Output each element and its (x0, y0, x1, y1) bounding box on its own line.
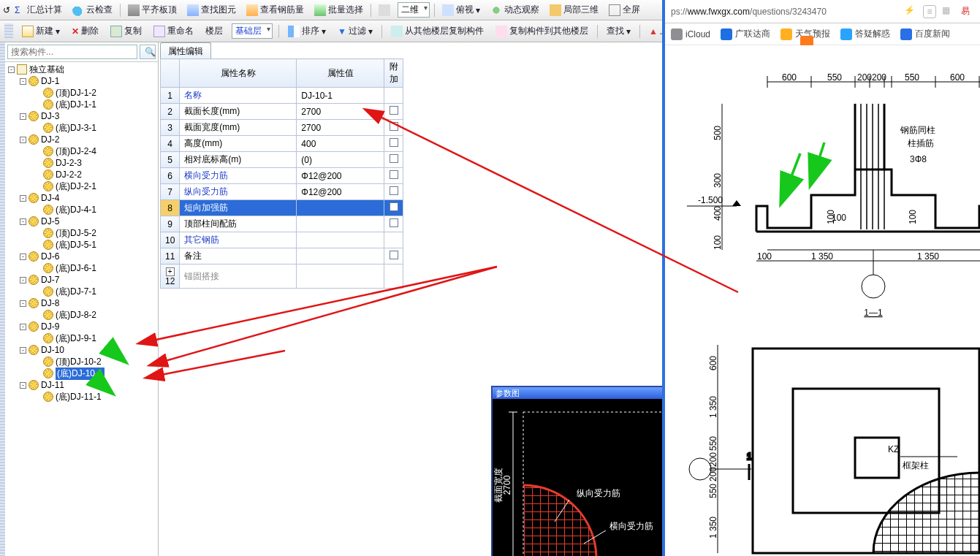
bookmark-item[interactable]: 百度新闻 (900, 28, 950, 40)
prop-value[interactable]: 400 (297, 136, 384, 152)
prop-value[interactable]: Φ12@200 (297, 184, 384, 200)
filter-button[interactable]: ▼过滤▾ (335, 23, 376, 39)
bookmark-item[interactable]: 答疑解惑 (840, 28, 890, 40)
property-row[interactable]: + 12锚固搭接 (161, 264, 403, 289)
tree-node[interactable]: -DJ-5 (8, 216, 156, 227)
tree-node[interactable]: -DJ-8 (8, 297, 156, 309)
property-row[interactable]: 11备注 (161, 248, 403, 264)
topview-button[interactable]: 俯视▾ (439, 2, 483, 18)
floor-combo[interactable]: 基础层 (232, 23, 273, 39)
property-row[interactable]: 5相对底标高(m)(0) (161, 152, 403, 168)
bookmark-item[interactable]: iCloud (671, 28, 710, 40)
prop-value[interactable] (297, 216, 384, 232)
tree-node[interactable]: DJ-2-2 (8, 169, 156, 180)
fullscreen-button[interactable]: 全屏 (606, 2, 643, 18)
checkbox-icon[interactable] (390, 218, 398, 227)
copy-from-floor-button[interactable]: 从其他楼层复制构件 (388, 23, 487, 39)
flat-slab-button[interactable]: 平齐板顶 (125, 2, 180, 18)
tree-node[interactable]: (底)DJ-9-1 (8, 332, 156, 344)
component-tree[interactable]: -独立基础-DJ-1(顶)DJ-1-2(底)DJ-1-1-DJ-3(底)DJ-3… (5, 62, 158, 556)
prop-add[interactable] (384, 168, 403, 184)
tree-node[interactable]: (底)DJ-4-1 (8, 204, 156, 216)
checkbox-icon[interactable] (390, 106, 398, 115)
tree-node[interactable]: -DJ-3 (8, 110, 156, 122)
property-row[interactable]: 6横向受力筋Φ12@200 (161, 168, 403, 184)
prop-add[interactable] (384, 184, 403, 200)
tree-node[interactable]: (底)DJ-8-2 (8, 309, 156, 321)
view-rebar-button[interactable]: 查看钢筋量 (243, 2, 307, 18)
search-button[interactable]: 🔍 (140, 45, 156, 59)
prop-value[interactable]: 2700 (297, 104, 384, 120)
local3d-button[interactable]: 局部三维 (547, 2, 601, 18)
tree-node[interactable]: -DJ-7 (8, 274, 156, 286)
checkbox-icon[interactable] (390, 138, 398, 147)
checkbox-icon[interactable] (390, 202, 398, 211)
find-button[interactable]: 查找▾ (604, 23, 634, 39)
copy-button[interactable]: 复制 (107, 23, 145, 39)
prop-add[interactable] (384, 136, 403, 152)
prop-add[interactable] (384, 248, 403, 264)
prop-add[interactable] (384, 104, 403, 120)
view-dim-combo[interactable]: 二维 (398, 2, 430, 18)
tree-node[interactable]: -DJ-11 (8, 379, 156, 391)
tree-node[interactable]: -DJ-10 (8, 344, 156, 356)
property-grid[interactable]: 属性名称 属性值 附加 1名称DJ-10-12截面长度(mm)27003截面宽度… (160, 58, 403, 289)
prop-value[interactable]: DJ-10-1 (297, 88, 384, 104)
prop-add[interactable] (384, 152, 403, 168)
expand-icon[interactable]: - (20, 347, 26, 354)
expand-icon[interactable]: - (20, 195, 26, 202)
netease-icon[interactable]: 易 (961, 5, 974, 18)
expand-icon[interactable]: - (20, 277, 26, 283)
dynamic-view-button[interactable]: 动态观察 (487, 2, 542, 18)
prop-value[interactable] (297, 264, 384, 289)
checkbox-icon[interactable] (390, 122, 398, 131)
reader-icon[interactable]: ≡ (923, 5, 936, 18)
property-row[interactable]: 2截面长度(mm)2700 (161, 104, 403, 120)
refresh-icon[interactable]: ⚡ (904, 5, 917, 18)
expand-icon[interactable]: - (20, 78, 26, 85)
sum-calc-button[interactable]: 汇总计算 (24, 2, 65, 18)
tree-node[interactable]: (顶)DJ-1-2 (8, 87, 156, 99)
checkbox-icon[interactable] (390, 170, 398, 179)
checkbox-icon[interactable] (390, 154, 398, 163)
tree-node[interactable]: -DJ-4 (8, 192, 156, 204)
prop-value[interactable]: Φ12@200 (297, 168, 384, 184)
tree-node[interactable]: -DJ-2 (8, 134, 156, 145)
prop-value[interactable]: (0) (297, 152, 384, 168)
tree-node[interactable]: (顶)DJ-5-2 (8, 227, 156, 239)
tree-node[interactable]: (底)DJ-11-1 (8, 391, 156, 403)
tab-property-edit[interactable]: 属性编辑 (160, 42, 211, 60)
undo-icon[interactable]: ↺ (3, 5, 10, 15)
tree-node[interactable]: DJ-2-3 (8, 157, 156, 169)
tree-node[interactable]: -DJ-9 (8, 321, 156, 332)
checkbox-icon[interactable] (390, 186, 398, 195)
expand-icon[interactable]: - (20, 300, 26, 307)
bookmark-item[interactable]: 广联达商 (721, 28, 770, 40)
left-gutter[interactable] (0, 42, 5, 556)
tree-node[interactable]: (底)DJ-10-1 (8, 368, 156, 379)
prop-add[interactable] (384, 88, 403, 104)
property-row[interactable]: 3截面宽度(mm)2700 (161, 120, 403, 136)
prop-add[interactable] (384, 200, 403, 216)
tree-node[interactable]: (底)DJ-3-1 (8, 122, 156, 134)
tree-node[interactable]: (底)DJ-7-1 (8, 286, 156, 297)
tree-node[interactable]: -DJ-1 (8, 75, 156, 87)
prop-value[interactable]: 2700 (297, 120, 384, 136)
prop-add[interactable] (384, 216, 403, 232)
new-button[interactable]: 新建▾ (19, 23, 63, 39)
tree-node[interactable]: (顶)DJ-10-2 (8, 356, 156, 368)
expand-icon[interactable]: - (20, 113, 26, 120)
sort-button[interactable]: 排序▾ (285, 23, 329, 39)
property-row[interactable]: 8短向加强筋 (161, 200, 403, 216)
view-drawing-button[interactable]: 查找图元 (184, 2, 239, 18)
prop-add[interactable] (384, 232, 403, 248)
address-bar[interactable]: ps://www.fwxgx.com/questions/3243470 ⚡ ≡… (665, 0, 980, 23)
expand-icon[interactable]: - (20, 218, 26, 225)
search-input[interactable] (7, 45, 137, 59)
copy-to-floor-button[interactable]: 复制构件到其他楼层 (493, 23, 591, 39)
prop-value[interactable] (297, 232, 384, 248)
cloud-check-button[interactable]: 云检查 (69, 2, 115, 18)
tree-node[interactable]: (顶)DJ-2-4 (8, 145, 156, 157)
tree-node[interactable]: (底)DJ-6-1 (8, 262, 156, 274)
delete-button[interactable]: ✕删除 (69, 23, 102, 39)
